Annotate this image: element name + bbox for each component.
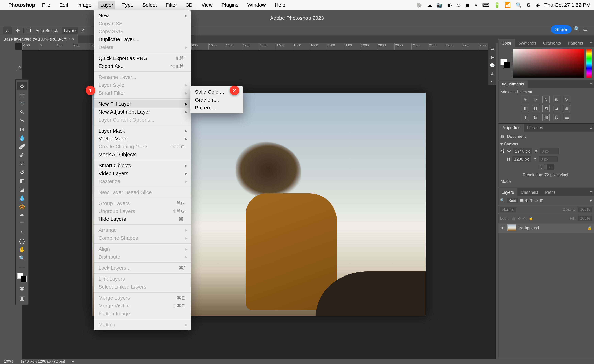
quick-select-tool[interactable]: ✎ (17, 108, 27, 116)
app-name[interactable]: Photoshop (8, 2, 35, 8)
screen-mode-toggle[interactable]: ▣ (17, 294, 27, 302)
hue-slider[interactable] (587, 49, 592, 78)
adj-bw-icon[interactable]: ◨ (532, 105, 539, 112)
menubar-datetime[interactable]: Thu Oct 27 1:52 PM (545, 2, 591, 8)
menu-item-video-layers[interactable]: Video Layers (94, 169, 191, 177)
quick-mask-toggle[interactable]: ◉ (17, 284, 27, 292)
panel-tab-properties[interactable]: Properties (498, 124, 524, 132)
filter-toggle[interactable]: ● (590, 198, 592, 203)
filter-kind-dropdown[interactable]: Kind (506, 198, 518, 203)
doc-tab-0[interactable]: Base layer.jpeg @ 100% (RGB/8#) * × (0, 35, 78, 43)
type-tool[interactable]: T (17, 220, 27, 228)
menu-item-smart-objects[interactable]: Smart Objects (94, 162, 191, 169)
panel-tab-patterns[interactable]: Patterns (564, 39, 587, 47)
menu-help[interactable]: Help (273, 1, 287, 9)
wifi-icon[interactable]: 📶 (505, 2, 511, 8)
keyboard-icon[interactable]: ⌨︎ (482, 2, 489, 8)
filter-pixel-icon[interactable]: ▦ (520, 198, 524, 203)
menu-item-layer-mask[interactable]: Layer Mask (94, 127, 191, 135)
status-icon-4[interactable]: ◐ (448, 2, 452, 8)
panel-tab-paths[interactable]: Paths (542, 188, 559, 196)
lasso-tool[interactable]: ➰ (17, 99, 27, 108)
siri-icon[interactable]: ◉ (536, 2, 540, 8)
dodge-tool[interactable]: 🔆 (17, 202, 27, 211)
link-wh-icon[interactable]: ⛓ (500, 149, 505, 154)
adj-levels-icon[interactable]: ⊪ (532, 96, 539, 103)
status-icon-2[interactable]: ☁︎ (427, 2, 432, 8)
dock-icon-2[interactable]: ▶ (491, 54, 494, 60)
filter-type-icon[interactable]: T (530, 198, 533, 203)
frame-tool[interactable]: ⊠ (17, 125, 27, 133)
menu-item-new[interactable]: New (94, 12, 191, 20)
workspace-switcher-icon[interactable]: ▭ (582, 26, 589, 32)
auto-select-checkbox[interactable] (27, 28, 32, 33)
adj-curves-icon[interactable]: ∿ (542, 96, 550, 103)
gradient-tool[interactable]: ◪ (17, 185, 27, 194)
filter-shape-icon[interactable]: ▭ (534, 198, 538, 203)
zoom-tool[interactable]: 🔍 (17, 254, 27, 262)
status-icon-3[interactable]: 📷 (437, 2, 443, 8)
panel-menu-icon[interactable]: ≡ (590, 82, 594, 87)
eyedropper-tool[interactable]: 💧 (17, 134, 27, 142)
menu-plugins[interactable]: Plugins (219, 1, 240, 9)
adj-posterize-icon[interactable]: ▤ (532, 114, 539, 121)
filter-adjust-icon[interactable]: ◐ (525, 198, 528, 203)
submenu-item-pattern[interactable]: Pattern... (190, 104, 243, 112)
adj-invert-icon[interactable]: ◫ (522, 114, 529, 121)
search-icon[interactable]: 🔍 (573, 26, 580, 32)
adj-selective-color-icon[interactable]: ◍ (553, 114, 560, 121)
clone-stamp-tool[interactable]: 🖃 (17, 160, 27, 168)
status-icon-5[interactable]: ⊙ (457, 2, 460, 8)
pen-tool[interactable]: ✒︎ (17, 211, 27, 219)
hand-tool[interactable]: ✋ (17, 245, 27, 254)
crop-tool[interactable]: ✂︎ (17, 116, 27, 125)
adj-photo-filter-icon[interactable]: ◩ (542, 105, 550, 112)
panel-tab-layers[interactable]: Layers (498, 188, 517, 196)
panel-tab-channels[interactable]: Channels (517, 188, 542, 196)
adj-brightness-icon[interactable]: ☀ (522, 96, 529, 103)
menu-item-mask-all-objects[interactable]: Mask All Objects (94, 151, 191, 158)
bluetooth-icon[interactable]: ᚼ (474, 2, 478, 8)
dock-icon-3[interactable]: 💬 (490, 63, 495, 68)
edit-toolbar[interactable]: ⋯ (17, 263, 27, 271)
marquee-tool[interactable]: ▭ (17, 91, 27, 99)
orientation-landscape[interactable]: ▭ (547, 164, 554, 170)
adj-threshold-icon[interactable]: ▥ (542, 114, 550, 121)
path-select-tool[interactable]: ↖︎ (17, 228, 27, 236)
history-brush-tool[interactable]: ↺ (17, 168, 27, 176)
menu-item-vector-mask[interactable]: Vector Mask (94, 135, 191, 143)
panel-menu-icon[interactable]: ≡ (590, 125, 594, 130)
dock-icon-1[interactable]: ⇄ (490, 46, 494, 51)
layer-lock-icon[interactable]: 🔒 (587, 226, 592, 230)
panel-tab-swatches[interactable]: Swatches (515, 39, 540, 47)
panel-menu-icon[interactable]: ≡ (590, 190, 594, 195)
adj-exposure-icon[interactable]: ◐ (553, 96, 560, 103)
layer-row[interactable]: 👁 Background 🔒 (498, 223, 594, 233)
menu-3d[interactable]: 3D (184, 1, 195, 9)
height-input[interactable]: 1298 px (512, 156, 531, 162)
dock-icon-5[interactable]: ¶ (491, 80, 493, 85)
menu-select[interactable]: Select (140, 1, 159, 9)
panel-tab-adjustments[interactable]: Adjustments (498, 80, 528, 88)
adj-hue-icon[interactable]: ◧ (522, 105, 529, 112)
filter-search-icon[interactable]: 🔍 (500, 198, 505, 203)
dock-icon-4[interactable]: A (491, 71, 494, 77)
close-tab-icon[interactable]: × (72, 37, 74, 41)
status-icon-1[interactable]: 🐘 (416, 2, 422, 8)
menu-type[interactable]: Type (120, 1, 135, 9)
control-center-icon[interactable]: ⚙︎ (526, 2, 531, 8)
color-picker-field[interactable] (513, 49, 584, 78)
layer-name[interactable]: Background (519, 226, 539, 230)
menu-window[interactable]: Window (245, 1, 268, 9)
orientation-portrait[interactable]: ▯ (538, 164, 545, 170)
adj-vibrance-icon[interactable]: ▽ (563, 96, 570, 103)
doc-info[interactable]: 1946 px x 1298 px (72 ppi) (20, 359, 65, 364)
menu-image[interactable]: Image (75, 1, 94, 9)
healing-tool[interactable]: 🩹 (17, 142, 27, 151)
adj-color-lookup-icon[interactable]: ▦ (563, 105, 570, 112)
move-tool[interactable]: ✥ (17, 82, 27, 90)
shape-tool[interactable]: ◯ (17, 237, 27, 245)
share-button[interactable]: Share (551, 26, 572, 34)
auto-select-target-dropdown[interactable]: Layer (61, 27, 78, 34)
blend-mode-dropdown[interactable]: Normal (500, 207, 516, 212)
